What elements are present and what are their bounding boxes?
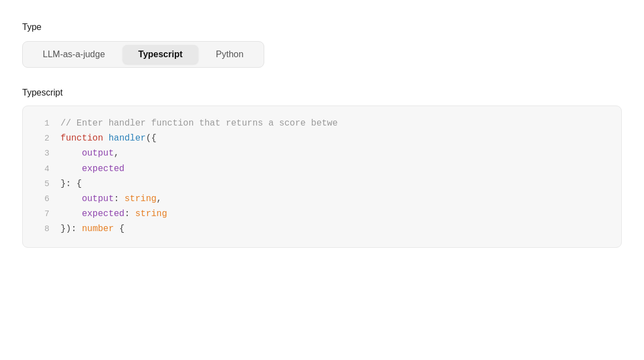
code-content: }: { <box>61 177 610 192</box>
code-line: 6 output: string, <box>23 192 621 207</box>
code-content: output, <box>61 146 610 161</box>
code-token: ({ <box>146 133 157 143</box>
code-token <box>61 148 82 158</box>
code-content: // Enter handler function that returns a… <box>61 116 610 131</box>
code-token: : <box>124 209 135 219</box>
code-content: }): number { <box>61 222 610 237</box>
code-line: 7 expected: string <box>23 207 621 222</box>
code-editor[interactable]: 1// Enter handler function that returns … <box>22 106 622 248</box>
code-line: 1// Enter handler function that returns … <box>23 116 621 131</box>
code-token: : { <box>66 179 82 189</box>
code-token: { <box>114 224 124 234</box>
code-token: ): <box>66 224 82 234</box>
code-token: : <box>114 194 124 204</box>
line-number: 4 <box>34 162 49 177</box>
code-token <box>61 209 82 219</box>
code-token: string <box>135 209 167 219</box>
line-number: 1 <box>34 117 49 131</box>
type-section-label: Type <box>22 22 622 32</box>
code-token: string <box>124 194 157 204</box>
code-line: 2function handler({ <box>23 131 621 146</box>
code-content: function handler({ <box>61 131 610 146</box>
code-line: 4 expected <box>23 162 621 177</box>
code-token: , <box>157 194 162 204</box>
code-content: expected: string <box>61 207 610 222</box>
type-btn-llm[interactable]: LLM-as-a-judge <box>27 45 120 64</box>
code-token <box>61 164 82 174</box>
code-token: // Enter handler function that returns a… <box>61 118 338 128</box>
code-line: 5}: { <box>23 177 621 192</box>
code-token: } <box>61 224 66 234</box>
code-content: expected <box>61 162 610 177</box>
line-number: 6 <box>34 192 49 207</box>
type-section: Type LLM-as-a-judge Typescript Python <box>22 22 622 68</box>
code-token: } <box>61 179 66 189</box>
line-number: 3 <box>34 147 49 161</box>
line-number: 5 <box>34 177 49 192</box>
code-line: 3 output, <box>23 146 621 161</box>
line-number: 2 <box>34 132 49 146</box>
type-selector: LLM-as-a-judge Typescript Python <box>22 41 264 68</box>
code-token <box>61 194 82 204</box>
code-token: , <box>114 148 119 158</box>
code-token: expected <box>82 164 124 174</box>
code-token: number <box>82 224 114 234</box>
code-token: expected <box>82 209 124 219</box>
code-token: output <box>82 194 114 204</box>
code-section-label: Typescript <box>22 88 622 98</box>
code-section: Typescript 1// Enter handler function th… <box>22 88 622 248</box>
code-token: handler <box>108 133 145 143</box>
code-content: output: string, <box>61 192 610 207</box>
type-btn-python[interactable]: Python <box>200 45 259 64</box>
line-number: 7 <box>34 207 49 222</box>
code-line: 8}): number { <box>23 222 621 237</box>
line-number: 8 <box>34 222 49 237</box>
type-btn-typescript[interactable]: Typescript <box>123 45 198 64</box>
code-token: output <box>82 148 114 158</box>
code-token: function <box>61 133 103 143</box>
code-token <box>103 133 109 143</box>
